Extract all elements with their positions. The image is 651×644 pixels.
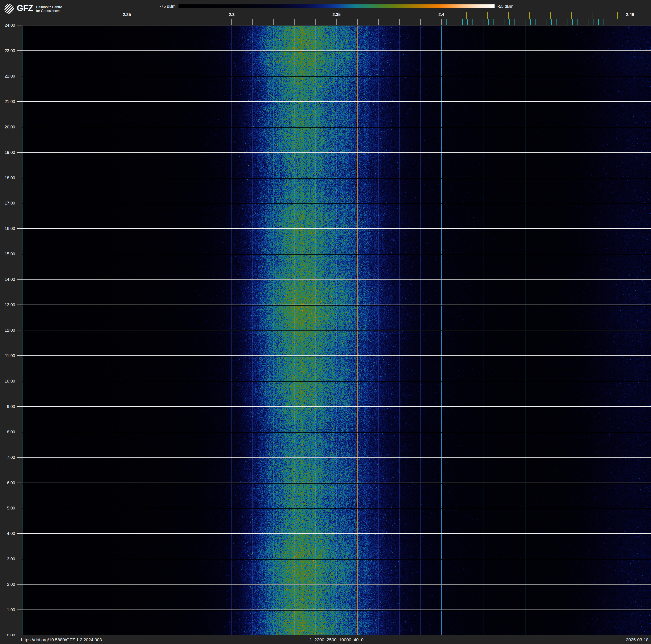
freq-tick [168, 19, 169, 25]
freq-tick [441, 19, 442, 25]
spectrogram-plot [22, 25, 651, 635]
header-bar: GFZ Helmholtz Centre for Geosciences -75… [0, 0, 651, 25]
wifi-band-tick [515, 19, 515, 25]
hour-gridline [22, 279, 651, 280]
wifi-channel-tick [592, 12, 592, 19]
wifi-channel-tick [540, 12, 540, 19]
freq-tick [105, 19, 106, 25]
wifi-band-tick [462, 19, 463, 25]
wifi-band-tick [499, 19, 499, 25]
hour-tick [17, 330, 22, 330]
wifi-band-tick [557, 19, 557, 25]
hour-tick [17, 203, 22, 203]
wifi-band-tick [598, 19, 599, 25]
freq-tick [294, 19, 295, 25]
hour-tick [17, 152, 22, 153]
hour-gridline [22, 508, 651, 509]
hour-tick [17, 482, 22, 483]
wifi-channel-tick [529, 12, 530, 19]
colorbar-gradient [179, 4, 495, 8]
hour-tick [17, 127, 22, 127]
freq-tick [399, 19, 400, 25]
hour-gridline [22, 559, 651, 560]
wifi-channel-tick [498, 12, 498, 19]
hour-tick [17, 610, 22, 610]
freq-tick-label: 2.4 [432, 12, 451, 17]
freq-tick [252, 19, 253, 25]
hour-gridline [22, 482, 651, 484]
hour-gridline [22, 25, 651, 26]
hour-tick [17, 381, 22, 381]
freq-tick-label: 2.35 [327, 12, 346, 17]
wifi-band-tick [535, 19, 536, 25]
wifi-band-tick [472, 19, 473, 25]
hour-label: 7:00 [0, 455, 15, 460]
hour-gridline [22, 203, 651, 204]
colorbar-min-label: -75 dBm [153, 4, 176, 8]
wifi-band-tick [578, 19, 578, 25]
freq-tick [85, 19, 85, 25]
hour-tick [17, 584, 22, 585]
wifi-band-tick [609, 19, 609, 25]
hour-tick [17, 559, 22, 559]
hour-tick [17, 635, 22, 635]
hour-tick [17, 25, 22, 25]
wifi-channel-tick [617, 12, 618, 19]
hour-label: 21:00 [0, 99, 15, 104]
hour-gridline [22, 76, 651, 77]
freq-tick [127, 19, 127, 25]
hour-label: 22:00 [0, 74, 15, 79]
hour-label: 24:00 [0, 23, 15, 28]
hour-gridline [22, 127, 651, 128]
freq-tick [148, 19, 148, 25]
wifi-band-tick [478, 19, 478, 25]
wifi-band-tick [504, 19, 504, 25]
colorbar-max-label: -55 dBm [497, 4, 523, 8]
wifi-band-tick [593, 19, 593, 25]
wifi-band-tick [583, 19, 583, 25]
hour-tick [17, 457, 22, 458]
wifi-channel-tick [561, 12, 561, 19]
gfz-logo-text: GFZ [17, 3, 33, 13]
hour-gridline [22, 355, 651, 356]
wifi-channel-tick [508, 12, 508, 19]
hour-label: 12:00 [0, 328, 15, 333]
wifi-band-tick [457, 19, 457, 25]
wifi-channel-tick [487, 12, 488, 19]
hour-label: 10:00 [0, 379, 15, 384]
freq-tick [211, 19, 211, 25]
freq-tick [64, 19, 64, 25]
hour-label: 5:00 [0, 505, 15, 510]
hour-gridline [22, 178, 651, 179]
hour-tick [17, 432, 22, 432]
hour-tick [17, 228, 22, 229]
hour-gridline [22, 432, 651, 433]
gfz-subtitle-line2: for Geosciences [36, 9, 60, 12]
freq-tick [378, 19, 379, 25]
wifi-channel-tick [519, 12, 519, 19]
hour-gridline [22, 635, 651, 635]
wifi-channel-tick [466, 12, 467, 19]
doi-link[interactable]: https://doi.org/10.5880/GFZ.1.2.2024.003 [21, 636, 102, 644]
freq-tick [273, 19, 274, 25]
wifi-band-tick [562, 19, 562, 25]
hour-tick [17, 355, 22, 356]
gfz-logo-subtitle: Helmholtz Centre for Geosciences [36, 5, 62, 13]
freq-tick [43, 19, 43, 25]
hour-gridline [22, 254, 651, 255]
hour-gridline [22, 152, 651, 153]
hour-label: 19:00 [0, 150, 15, 155]
hour-tick [17, 406, 22, 407]
wifi-band-tick [488, 19, 489, 25]
wifi-channel-tick [648, 12, 648, 19]
wifi-band-tick [603, 19, 604, 25]
hour-label: 1:00 [0, 607, 15, 612]
hour-tick [17, 279, 22, 280]
freq-tick [630, 19, 630, 25]
hour-label: 4:00 [0, 531, 15, 536]
hour-gridline [22, 584, 651, 585]
wifi-band-tick [546, 19, 547, 25]
wifi-band-tick [452, 19, 452, 25]
hour-gridline [22, 610, 651, 611]
gfz-logo-icon [4, 4, 14, 14]
